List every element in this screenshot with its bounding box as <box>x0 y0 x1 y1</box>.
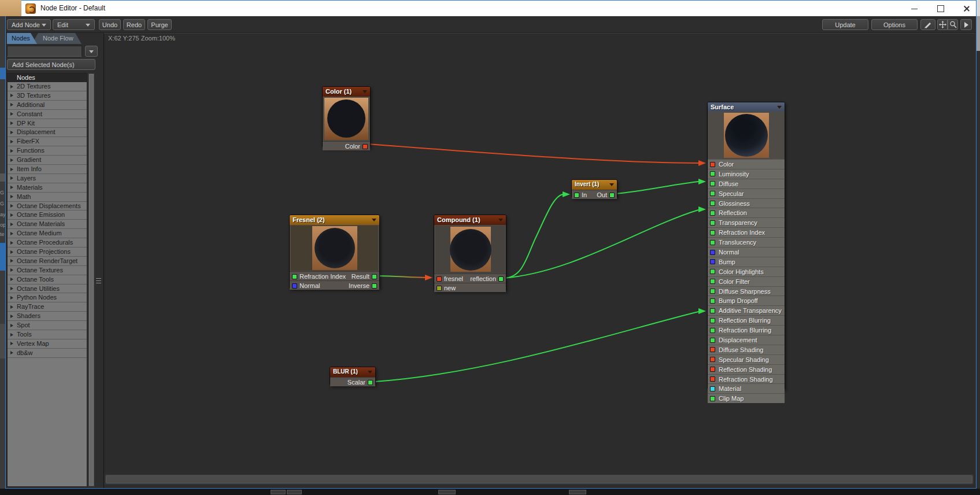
sidebar-item-shaders[interactable]: Shaders <box>8 312 87 321</box>
node-invert-1[interactable]: Invert (1) In Out <box>571 179 617 198</box>
redo-button[interactable]: Redo <box>123 19 145 30</box>
input-socket[interactable] <box>292 274 297 279</box>
edit-wires-button[interactable] <box>920 19 935 30</box>
input-socket[interactable] <box>710 162 715 167</box>
expand-arrow-icon[interactable] <box>10 195 13 198</box>
sidebar-item-raytrace[interactable]: RayTrace <box>8 302 87 312</box>
input-socket[interactable] <box>710 210 715 216</box>
expand-arrow-icon[interactable] <box>10 223 13 226</box>
expand-arrow-icon[interactable] <box>10 131 13 134</box>
input-socket[interactable] <box>710 376 715 382</box>
sidebar-item-additional[interactable]: Additional <box>8 101 87 110</box>
purge-button[interactable]: Purge <box>147 19 172 30</box>
input-socket[interactable] <box>437 286 442 291</box>
tab-nodes[interactable]: Nodes <box>7 33 37 44</box>
sidebar-item-tools[interactable]: Tools <box>8 330 87 339</box>
expand-arrow-icon[interactable] <box>10 213 13 217</box>
expand-panel-button[interactable] <box>960 19 972 30</box>
expand-arrow-icon[interactable] <box>10 232 13 235</box>
input-socket[interactable] <box>710 181 715 186</box>
input-socket[interactable] <box>710 191 715 196</box>
node-color-1[interactable]: Color (1) Color <box>322 86 371 148</box>
input-socket[interactable] <box>710 386 715 391</box>
add-selected-node-button[interactable]: Add Selected Node(s) <box>7 59 95 70</box>
input-socket[interactable] <box>710 279 715 284</box>
expand-arrow-icon[interactable] <box>10 315 13 318</box>
expand-arrow-icon[interactable] <box>10 324 13 327</box>
pan-tool-button[interactable] <box>937 19 948 30</box>
input-socket[interactable] <box>437 276 442 282</box>
minimize-button[interactable] <box>901 1 927 16</box>
input-socket[interactable] <box>710 308 715 313</box>
expand-arrow-icon[interactable] <box>10 85 13 88</box>
output-socket[interactable] <box>368 380 373 385</box>
node-header[interactable]: Fresnel (2) <box>290 215 379 225</box>
canvas-horizontal-scrollbar[interactable] <box>105 474 974 485</box>
expand-arrow-icon[interactable] <box>10 94 13 97</box>
sidebar-item-octane-rendertarget[interactable]: Octane RenderTarget <box>8 257 87 266</box>
sidebar-item-spot[interactable]: Spot <box>8 321 87 330</box>
output-socket[interactable] <box>372 283 377 289</box>
sidebar-item-layers[interactable]: Layers <box>8 174 87 183</box>
sidebar-item-octane-materials[interactable]: Octane Materials <box>8 220 87 229</box>
input-socket[interactable] <box>710 338 715 343</box>
sidebar-item-octane-displacements[interactable]: Octane Displacements <box>8 202 87 211</box>
input-socket[interactable] <box>710 289 715 294</box>
sidebar-item-octane-textures[interactable]: Octane Textures <box>8 266 87 275</box>
expand-arrow-icon[interactable] <box>10 305 13 309</box>
input-socket[interactable] <box>710 347 715 352</box>
input-socket[interactable] <box>710 328 715 333</box>
sidebar-item-octane-procedurals[interactable]: Octane Procedurals <box>8 238 87 248</box>
input-socket[interactable] <box>710 357 715 362</box>
expand-arrow-icon[interactable] <box>10 342 13 345</box>
close-button[interactable] <box>953 1 979 16</box>
expand-arrow-icon[interactable] <box>10 296 13 300</box>
input-socket[interactable] <box>710 220 715 226</box>
input-socket[interactable] <box>710 201 715 206</box>
node-graph-canvas[interactable] <box>103 33 975 489</box>
output-socket[interactable] <box>372 274 377 279</box>
list-scrollbar[interactable] <box>88 73 95 487</box>
output-socket[interactable] <box>609 193 615 198</box>
edit-menu[interactable]: Edit <box>53 19 95 30</box>
input-socket[interactable] <box>710 269 715 274</box>
expand-arrow-icon[interactable] <box>10 351 13 354</box>
canvas-hscroll-thumb[interactable] <box>106 475 972 483</box>
sidebar-item-materials[interactable]: Materials <box>8 183 87 193</box>
node-fresnel-2[interactable]: Fresnel (2) Refraction Index Result Norm… <box>289 215 380 289</box>
input-socket[interactable] <box>292 283 297 289</box>
input-socket[interactable] <box>710 259 715 264</box>
input-socket[interactable] <box>710 240 715 245</box>
sidebar-item-dp-kit[interactable]: DP Kit <box>8 119 87 128</box>
sidebar-item-3d-textures[interactable]: 3D Textures <box>8 91 87 101</box>
input-socket[interactable] <box>710 298 715 304</box>
expand-arrow-icon[interactable] <box>10 278 13 281</box>
node-search-input[interactable] <box>7 46 82 57</box>
sidebar-item-fiberfx[interactable]: FiberFX <box>8 137 87 146</box>
node-header[interactable]: Compound (1) <box>434 215 506 225</box>
expand-arrow-icon[interactable] <box>10 112 13 116</box>
expand-arrow-icon[interactable] <box>10 176 13 180</box>
maximize-button[interactable] <box>927 1 953 16</box>
expand-arrow-icon[interactable] <box>10 186 13 189</box>
node-header[interactable]: Invert (1) <box>572 180 617 190</box>
list-scrollbar-thumb[interactable] <box>89 74 94 486</box>
sidebar-item-displacement[interactable]: Displacement <box>8 128 87 137</box>
sidebar-item-octane-utilities[interactable]: Octane Utilities <box>8 285 87 294</box>
input-socket[interactable] <box>574 193 579 198</box>
node-header[interactable]: Surface <box>708 102 785 112</box>
sidebar-item-2d-textures[interactable]: 2D Textures <box>8 82 87 91</box>
output-socket[interactable] <box>363 144 368 149</box>
expand-arrow-icon[interactable] <box>10 204 13 208</box>
expand-arrow-icon[interactable] <box>10 121 13 125</box>
expand-arrow-icon[interactable] <box>10 250 13 254</box>
node-header[interactable]: Color (1) <box>323 87 370 97</box>
expand-arrow-icon[interactable] <box>10 168 13 171</box>
expand-arrow-icon[interactable] <box>10 333 13 337</box>
expand-arrow-icon[interactable] <box>10 241 13 245</box>
sidebar-item-vertex-map[interactable]: Vertex Map <box>8 339 87 349</box>
input-socket[interactable] <box>710 250 715 255</box>
expand-arrow-icon[interactable] <box>10 287 13 290</box>
add-node-menu[interactable]: Add Node <box>7 19 51 30</box>
node-compound-1[interactable]: Compound (1) fresnel reflection new <box>434 215 506 291</box>
